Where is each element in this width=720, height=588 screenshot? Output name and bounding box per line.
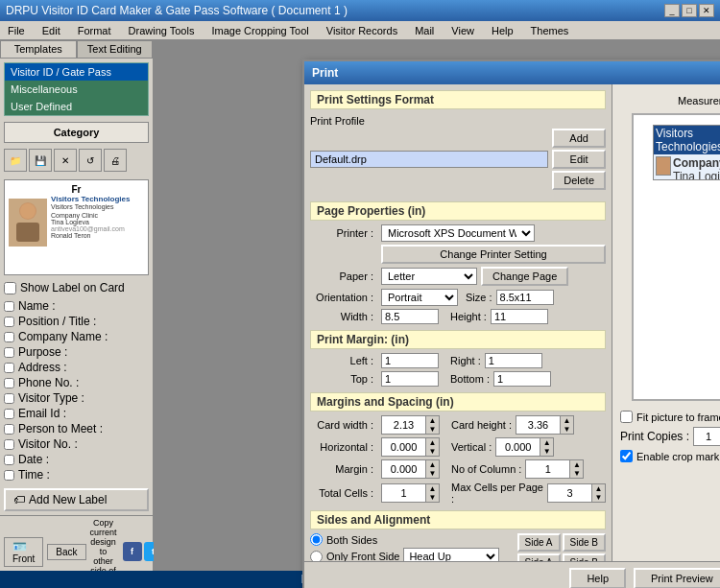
margin-down[interactable]: ▼ [425,469,439,478]
edit-profile-btn[interactable]: Edit [552,150,606,169]
field-purpose: Purpose : [4,344,149,360]
right-margin-input[interactable] [485,353,542,368]
margin-input[interactable] [382,462,425,476]
change-page-btn[interactable]: Change Page [481,267,568,286]
height-input[interactable] [491,309,548,324]
menu-format[interactable]: Format [74,24,115,37]
template-item-user[interactable]: User Defined [5,98,148,115]
max-down[interactable]: ▼ [591,493,605,502]
page-preview: Visitors TechnologiesVisitors Technologi… [632,113,720,401]
only-front-row: Only Front Side Head Up [310,548,510,561]
fit-picture-checkbox[interactable] [620,411,633,423]
total-up[interactable]: ▲ [425,484,439,493]
card-height-spinbox: ▲ ▼ [516,415,574,435]
side-b-btn-2[interactable]: Side B [563,553,606,561]
side-a-btn-2[interactable]: Side A [517,553,561,561]
paper-select[interactable]: Letter [381,268,477,285]
icon-folder[interactable]: 📁 [4,149,27,172]
change-printer-btn[interactable]: Change Printer Setting [381,245,606,264]
width-input[interactable] [381,309,439,324]
size-input[interactable] [496,290,554,305]
icon-delete[interactable]: ✕ [54,149,77,172]
horiz-down[interactable]: ▼ [425,447,439,456]
template-item-misc[interactable]: Miscellaneous [5,81,148,98]
tab-text-editing[interactable]: Text Editing [77,40,154,59]
orientation-select[interactable]: Portrait [381,289,458,306]
menu-file[interactable]: File [4,24,29,37]
menu-visitor[interactable]: Visitor Records [323,24,401,37]
menu-edit[interactable]: Edit [38,24,64,37]
facebook-icon[interactable]: f [123,542,142,561]
left-margin-label: Left : [310,355,377,366]
meas-label: Measurement Unit : [678,95,720,106]
template-item-visitor[interactable]: Visitor ID / Gate Pass [5,63,148,81]
preview-btn[interactable]: Print Preview [634,568,720,588]
column-input[interactable] [526,462,569,476]
minimize-btn[interactable]: _ [664,4,680,17]
total-down[interactable]: ▼ [425,493,439,502]
back-tab-btn[interactable]: Back [47,544,85,560]
person-avatar [9,199,47,247]
close-btn[interactable]: ✕ [699,4,714,17]
copies-input[interactable] [694,430,720,443]
menu-drawing[interactable]: Drawing Tools [125,24,199,37]
print-profile-label: Print Profile [310,115,606,127]
top-margin-label: Top : [310,373,377,385]
show-label-checkbox[interactable] [4,282,16,294]
tab-templates[interactable]: Templates [0,40,77,59]
add-new-label-button[interactable]: 🏷 Add New Label [4,488,149,511]
menu-help[interactable]: Help [488,24,517,37]
print-copies-row: Print Copies : ▲ ▼ [620,427,720,446]
menu-themes[interactable]: Themes [527,24,573,37]
top-margin-input[interactable] [381,371,439,387]
max-cells-input[interactable] [548,486,591,500]
side-a-btn-1[interactable]: Side A [517,533,561,552]
card-width-label: Card width : [310,419,377,431]
dialog-form: Print Settings Format Print Profile Add … [304,84,612,561]
only-front-radio[interactable] [310,551,323,562]
delete-profile-btn[interactable]: Delete [552,171,606,190]
bottom-margin-input[interactable] [493,371,551,387]
front-tab-btn[interactable]: 🪪 Front [4,537,43,567]
card-width-up[interactable]: ▲ [425,416,439,425]
total-cells-label: Total Cells : [310,487,377,499]
horizontal-input[interactable] [382,440,425,454]
vert-up[interactable]: ▲ [540,438,553,447]
col-up[interactable]: ▲ [569,460,583,469]
card-height-input[interactable] [516,418,560,432]
margin-up[interactable]: ▲ [425,460,439,469]
icon-save[interactable]: 💾 [29,149,52,172]
card-width-input[interactable] [382,418,425,432]
help-btn[interactable]: Help [569,568,626,588]
vertical-input[interactable] [496,440,540,454]
maximize-btn[interactable]: □ [682,4,697,17]
card-height-down[interactable]: ▼ [560,425,573,434]
fit-picture-row: Fit picture to frame [620,411,720,423]
margin-spinbox: ▲ ▼ [381,459,440,479]
only-front-head-select[interactable]: Head Up [403,548,499,561]
width-label: Width : [310,311,377,322]
menu-mail[interactable]: Mail [411,24,438,37]
card-width-down[interactable]: ▼ [425,425,439,434]
side-b-btn-1[interactable]: Side B [563,533,606,552]
printer-label: Printer : [310,227,377,239]
card-preview-area: Fr Visitors Technologies Visitors Techno… [4,179,149,275]
add-profile-btn[interactable]: Add [552,129,606,148]
vert-down[interactable]: ▼ [540,447,553,456]
crop-mark-checkbox[interactable] [620,450,633,462]
max-up[interactable]: ▲ [591,484,605,493]
horiz-up[interactable]: ▲ [425,438,439,447]
left-margin-input[interactable] [381,353,439,368]
dialog-body: Print Settings Format Print Profile Add … [304,84,720,561]
profile-input[interactable] [310,151,548,168]
preview-options: Fit picture to frame Print Copies : ▲ ▼ [620,407,720,462]
total-cells-input[interactable] [382,486,425,500]
icon-print[interactable]: 🖨 [104,149,127,172]
icon-refresh[interactable]: ↺ [79,149,102,172]
menu-image[interactable]: Image Cropping Tool [207,24,312,37]
printer-select[interactable]: Microsoft XPS Document Writer [381,224,535,242]
both-sides-radio[interactable] [310,533,323,546]
card-height-up[interactable]: ▲ [560,416,573,425]
menu-view[interactable]: View [447,24,478,37]
col-down[interactable]: ▼ [569,469,583,478]
